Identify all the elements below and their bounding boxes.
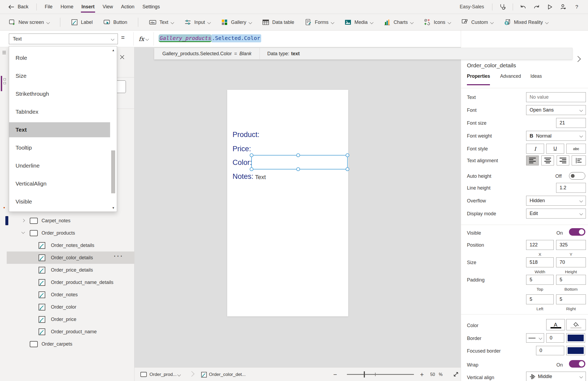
padding-right-input[interactable]: 5 <box>556 294 586 304</box>
menu-view[interactable]: View <box>103 0 113 14</box>
formula-input[interactable]: Gallery_products.Selected.Color <box>159 34 261 42</box>
position-x-input[interactable]: 122 <box>526 240 554 250</box>
zoom-slider-track[interactable] <box>347 374 414 375</box>
menu-action[interactable]: Action <box>121 0 134 14</box>
tree-row-control-selected[interactable]: Order_color_details ··· <box>7 251 134 264</box>
auto-height-toggle[interactable] <box>569 172 585 180</box>
tree-view-rail-icon[interactable] <box>2 51 6 55</box>
tab-properties[interactable]: Properties <box>467 73 490 79</box>
align-right-button[interactable] <box>557 156 569 165</box>
italic-button[interactable]: I <box>526 144 544 154</box>
resize-handle[interactable] <box>346 153 349 157</box>
property-selector[interactable]: Text <box>9 34 118 44</box>
selected-control-outline[interactable] <box>251 155 348 169</box>
scroll-down-icon[interactable]: ▼ <box>111 206 116 209</box>
chevron-down-icon[interactable] <box>21 230 25 234</box>
ribbon-data-table[interactable]: Data table <box>262 19 294 26</box>
more-options-icon[interactable]: ··· <box>114 253 124 260</box>
border-color-swatch[interactable] <box>566 333 585 343</box>
product-label[interactable]: Product: <box>233 131 260 139</box>
ribbon-mixed-reality[interactable]: Mixed Reality <box>504 19 548 26</box>
dropdown-scrollbar[interactable]: ▲ ▼ <box>111 47 116 210</box>
rail-icon-fragment[interactable] <box>3 82 6 84</box>
align-left-button[interactable] <box>526 156 539 165</box>
ribbon-input[interactable]: Input <box>184 19 210 26</box>
border-style-dropdown[interactable] <box>526 333 544 343</box>
app-checker-icon[interactable] <box>499 4 506 10</box>
tree-row-control[interactable]: Order_color <box>7 301 134 313</box>
ribbon-charts[interactable]: Charts <box>384 19 413 26</box>
focused-border-width-input[interactable]: 0 <box>536 346 564 355</box>
property-option[interactable]: Underline <box>9 158 110 173</box>
chevron-down-icon[interactable] <box>177 373 181 376</box>
back-button[interactable]: Back <box>8 4 28 10</box>
tree-row-control[interactable]: Order_price_details <box>7 264 134 276</box>
resize-handle[interactable] <box>250 167 253 171</box>
align-justify-button[interactable] <box>572 156 586 165</box>
share-person-icon[interactable] <box>560 4 567 10</box>
focused-border-color-swatch[interactable] <box>566 346 585 355</box>
color-label[interactable]: Color: <box>233 158 252 167</box>
position-y-input[interactable]: 325 <box>556 240 586 250</box>
panel-collapse-icon[interactable] <box>575 56 581 62</box>
underline-button[interactable]: U <box>546 144 564 154</box>
undo-icon[interactable] <box>520 4 526 10</box>
property-option[interactable]: TabIndex <box>9 104 110 119</box>
preview-play-icon[interactable] <box>547 4 553 10</box>
size-width-input[interactable]: 518 <box>526 257 554 267</box>
line-height-input[interactable]: 1.2 <box>556 183 586 193</box>
ribbon-text[interactable]: Abc Text <box>149 19 174 26</box>
tree-row-control[interactable]: Order_product_name <box>7 325 134 338</box>
zoom-slider-thumb[interactable] <box>364 371 365 378</box>
help-icon[interactable]: ? <box>574 4 580 10</box>
padding-top-input[interactable]: 5 <box>526 275 554 285</box>
tree-row-control[interactable]: Order_notes <box>7 288 134 301</box>
menu-home[interactable]: Home <box>61 0 73 14</box>
padding-left-input[interactable]: 5 <box>526 294 554 304</box>
menu-insert[interactable]: Insert <box>81 0 95 14</box>
redo-icon[interactable] <box>533 4 540 10</box>
tree-row-control[interactable]: Order_product_name_details <box>7 276 134 288</box>
scroll-up-icon[interactable]: ▲ <box>111 49 116 52</box>
strikethrough-button[interactable]: abc <box>566 144 586 154</box>
font-weight-dropdown[interactable]: BNormal <box>526 131 586 141</box>
scrollbar-thumb[interactable] <box>111 150 115 193</box>
wrap-toggle[interactable] <box>569 360 585 368</box>
canvas-area[interactable]: Product: Price: Color: Notes: Text <box>134 47 461 367</box>
ribbon-forms[interactable]: Forms <box>305 19 334 26</box>
align-center-button[interactable] <box>541 156 554 165</box>
price-label[interactable]: Price: <box>233 145 251 153</box>
border-width-input[interactable]: 0 <box>546 333 564 343</box>
chevron-right-icon[interactable] <box>21 219 25 222</box>
resize-handle[interactable] <box>296 153 300 157</box>
menu-settings[interactable]: Settings <box>143 0 160 14</box>
notes-value-label[interactable]: Text <box>255 174 266 181</box>
font-size-input[interactable]: 21 <box>556 118 586 128</box>
display-mode-dropdown[interactable]: Edit <box>526 209 586 219</box>
property-option[interactable]: Strikethrough <box>9 86 110 101</box>
property-option[interactable]: Tooltip <box>9 140 110 155</box>
size-height-input[interactable]: 70 <box>556 257 586 267</box>
screen-breadcrumb[interactable]: Order_prod... <box>149 372 177 377</box>
fit-to-window-icon[interactable] <box>453 371 459 378</box>
resize-handle[interactable] <box>250 153 253 157</box>
ribbon-new-screen[interactable]: New screen <box>9 19 49 26</box>
screen-artboard[interactable]: Product: Price: Color: Notes: Text <box>227 90 348 316</box>
menu-file[interactable]: File <box>45 0 53 14</box>
ribbon-gallery[interactable]: Gallery <box>221 19 252 26</box>
tree-row-control[interactable]: Order_price <box>7 313 134 325</box>
resize-handle[interactable] <box>346 167 349 171</box>
property-option[interactable]: VerticalAlign <box>9 176 110 191</box>
tab-advanced[interactable]: Advanced <box>500 73 521 79</box>
close-icon[interactable] <box>119 54 125 60</box>
tab-ideas[interactable]: Ideas <box>530 73 542 79</box>
rail-icon-fragment[interactable] <box>3 78 6 80</box>
notes-label[interactable]: Notes: <box>233 172 253 181</box>
visible-toggle[interactable] <box>569 228 585 236</box>
zoom-out-icon[interactable]: − <box>333 371 337 378</box>
text-property-input[interactable]: No value <box>526 92 586 102</box>
control-breadcrumb[interactable]: Order_color_det... <box>209 372 246 377</box>
ribbon-icons[interactable]: Icons <box>424 19 451 26</box>
property-option[interactable]: Size <box>9 68 110 83</box>
tree-row-screen[interactable]: Order_products <box>7 227 134 239</box>
